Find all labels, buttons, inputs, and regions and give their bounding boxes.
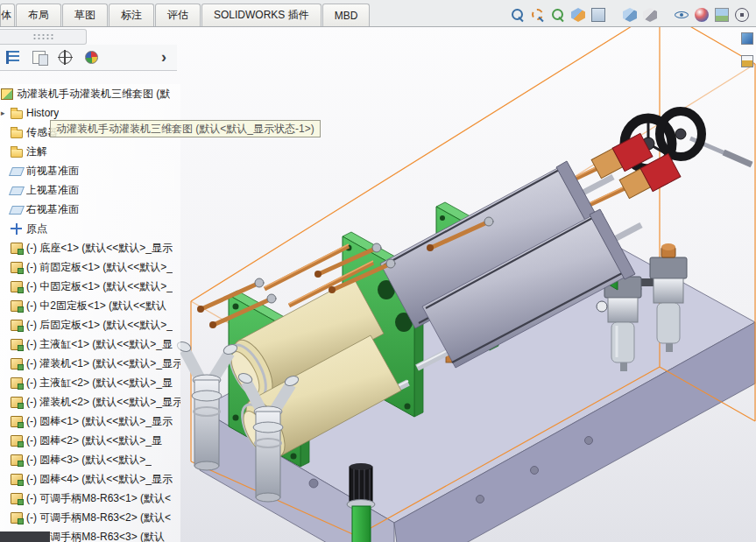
tree-item-label: 上视基准面 — [26, 183, 79, 198]
resources-icon[interactable] — [740, 32, 754, 46]
tree-item-list: History 传感器 注解 前视基准面 — [0, 103, 180, 542]
component-icon — [11, 339, 23, 350]
command-tab-label: 评估 — [167, 8, 188, 23]
command-tab[interactable]: 评估 — [155, 4, 201, 26]
tree-item[interactable]: (-) 底座<1> (默认<<默认>_显示 — [0, 238, 180, 257]
component-icon — [11, 243, 23, 254]
tree-item[interactable]: (-) 可调手柄M8-R63<1> (默认< — [0, 489, 180, 508]
command-tab-label: 草图 — [74, 8, 95, 23]
component-icon — [11, 435, 23, 447]
tree-item[interactable]: (-) 圆棒<1> (默认<<默认>_显示 — [0, 412, 180, 431]
tree-item[interactable]: (-) 前固定板<1> (默认<<默认>_ — [0, 257, 180, 277]
history-icon — [11, 110, 23, 119]
expand-arrow-icon[interactable] — [1, 109, 11, 117]
command-tab[interactable]: MBD — [322, 4, 371, 26]
tree-item-label: (-) 可调手柄M8-R63<1> (默认< — [26, 491, 171, 506]
zoom-area-icon[interactable] — [529, 7, 547, 23]
previous-view-icon[interactable] — [549, 7, 567, 23]
tree-item-label: (-) 前固定板<1> (默认<<默认>_ — [26, 260, 173, 275]
tree-item-label: (-) 灌装机<2> (默认<<默认>_显示 — [26, 395, 180, 410]
component-icon — [11, 397, 23, 408]
apply-scene-icon[interactable] — [713, 7, 731, 23]
command-tab-label: MBD — [335, 10, 358, 22]
component-icon — [11, 493, 23, 504]
hide-show-items-icon[interactable] — [673, 7, 690, 23]
tree-item-label: History — [26, 107, 59, 119]
zoom-fit-icon[interactable] — [509, 7, 526, 23]
command-tab[interactable]: 布局 — [16, 4, 61, 26]
plane-icon — [9, 187, 25, 195]
tree-item[interactable]: 原点 — [0, 219, 180, 238]
tree-item[interactable]: (-) 灌装机<1> (默认<<默认>_显示 — [0, 354, 180, 373]
tree-item[interactable]: 上视基准面 — [0, 180, 180, 200]
component-icon — [11, 320, 23, 331]
heads-up-view-toolbar — [509, 7, 756, 26]
sensors-icon — [11, 130, 23, 138]
panel-tabs — [2, 47, 102, 68]
tree-item[interactable]: (-) 圆棒<3> (默认<<默认>_ — [0, 450, 180, 469]
view-settings-icon[interactable] — [733, 7, 751, 23]
tree-item[interactable]: (-) 主液缸<2> (默认<<默认>_显 — [0, 373, 180, 392]
tree-item[interactable]: (-) 圆棒<4> (默认<<默认>_显示 — [0, 469, 180, 489]
displaymanager-tab-icon[interactable] — [81, 47, 102, 68]
tree-item-label: (-) 中2固定板<1> (默认<<默认 — [26, 299, 166, 313]
command-tabs: 体 布局 草图 标注 评估 SOLIDWORKS — [0, 0, 371, 26]
tree-item-label: 右视基准面 — [26, 202, 79, 217]
dimxpert-tab-icon[interactable] — [54, 47, 75, 68]
command-tab-label: 布局 — [28, 8, 49, 23]
tree-item-label: (-) 主液缸<1> (默认<<默认>_显 — [26, 337, 173, 352]
propertymanager-tab-icon[interactable] — [28, 47, 49, 68]
tree-item-label: (-) 圆棒<1> (默认<<默认>_显示 — [26, 414, 173, 429]
section-view-icon[interactable] — [569, 7, 587, 23]
tree-item-label: (-) 圆棒<3> (默认<<默认>_ — [26, 453, 152, 468]
featuremanager-tab-icon[interactable] — [2, 47, 23, 68]
component-icon — [11, 474, 23, 485]
tree-root-label: 动灌装机手动灌装机三维套图 (默 — [17, 87, 170, 102]
design-library-icon[interactable] — [740, 54, 754, 68]
tree-item[interactable]: 前视基准面 — [0, 161, 180, 180]
command-tab[interactable]: 草图 — [62, 4, 108, 26]
edit-appearance-icon[interactable] — [693, 7, 710, 23]
component-icon — [11, 454, 23, 466]
tree-tooltip: 动灌装机手动灌装机三维套图 (默认<默认_显示状态-1>) — [50, 120, 321, 137]
component-icon — [11, 262, 23, 273]
panel-expand-chevron[interactable] — [154, 46, 173, 67]
plane-icon — [9, 206, 25, 215]
tree-item-label: (-) 底座<1> (默认<<默认>_显示 — [26, 241, 173, 256]
component-icon — [11, 377, 23, 389]
tree-item[interactable]: 右视基准面 — [0, 200, 180, 219]
assembly-icon — [1, 88, 13, 100]
command-tab-label: 标注 — [121, 8, 142, 23]
component-icon — [11, 281, 23, 292]
command-tab[interactable]: 标注 — [109, 4, 154, 26]
tree-item-label: (-) 主液缸<2> (默认<<默认>_显 — [26, 376, 173, 391]
component-icon — [11, 358, 23, 370]
grip-dots-icon — [32, 33, 53, 40]
command-tab[interactable]: 体 — [0, 4, 15, 26]
tree-item[interactable]: (-) 中固定板<1> (默认<<默认>_ — [0, 277, 180, 296]
tree-root-item[interactable]: 动灌装机手动灌装机三维套图 (默 — [0, 84, 180, 103]
origin-icon — [11, 223, 23, 235]
command-tab-label: 体 — [1, 8, 11, 23]
panel-drag-grip[interactable] — [0, 29, 87, 45]
tree-item-label: 原点 — [26, 222, 47, 236]
display-style-icon[interactable] — [641, 7, 659, 23]
tree-item-label: (-) 可调手柄M8-R63<2> (默认< — [26, 510, 171, 525]
command-tab[interactable]: SOLIDWORKS 插件 — [201, 4, 321, 26]
tree-item[interactable]: (-) 中2固定板<1> (默认<<默认 — [0, 296, 180, 315]
task-pane-tabs — [740, 32, 754, 68]
solidworks-window: 体 布局 草图 标注 评估 SOLIDWORKS — [0, 0, 756, 542]
tree-item-label: (-) 后固定板<1> (默认<<默认>_ — [26, 318, 173, 333]
tree-item-label: 注解 — [26, 144, 47, 159]
tree-item[interactable]: 注解 — [0, 142, 180, 161]
3d-drawing-view-icon[interactable] — [590, 7, 607, 23]
taskbar-fragment — [0, 531, 50, 542]
tree-item[interactable]: (-) 主液缸<1> (默认<<默认>_显 — [0, 334, 180, 354]
tree-item-label: (-) 圆棒<4> (默认<<默认>_显示 — [26, 472, 173, 487]
view-orientation-icon[interactable] — [621, 7, 639, 23]
tree-item[interactable]: (-) 圆棒<2> (默认<<默认>_显 — [0, 431, 180, 450]
tree-item[interactable]: (-) 后固定板<1> (默认<<默认>_ — [0, 315, 180, 334]
tree-item[interactable]: (-) 可调手柄M8-R63<2> (默认< — [0, 508, 180, 527]
annotations-icon — [11, 149, 23, 158]
tree-item[interactable]: (-) 灌装机<2> (默认<<默认>_显示 — [0, 392, 180, 412]
